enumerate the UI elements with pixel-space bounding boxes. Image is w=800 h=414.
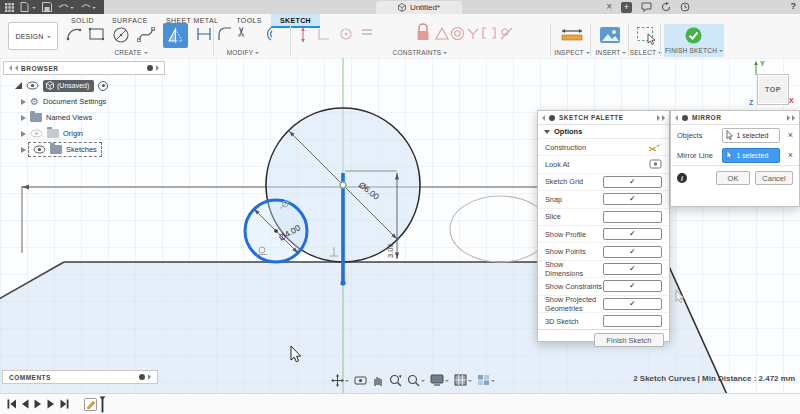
info-icon[interactable]: i: [677, 173, 687, 183]
timeline-step-back-icon[interactable]: [21, 399, 29, 409]
sketches-selection-box[interactable]: Sketches: [30, 144, 100, 155]
sketch-palette-header[interactable]: SKETCH PALETTE: [538, 111, 669, 125]
ok-button[interactable]: OK: [716, 171, 750, 185]
sketch-dimension-icon[interactable]: [296, 26, 310, 44]
orbit-caret-icon[interactable]: [345, 380, 349, 384]
viewcube-top-face[interactable]: TOP: [765, 86, 781, 93]
document-tab[interactable]: Untitled*: [376, 1, 462, 14]
mirror-line-endpoint[interactable]: [340, 280, 345, 285]
comment-indicator-icon[interactable]: [139, 374, 145, 380]
browser-root-row[interactable]: (Unsaved): [3, 78, 173, 93]
visibility-eye-icon[interactable]: [33, 145, 46, 154]
circle-tool-icon[interactable]: [112, 26, 130, 44]
expand-icon[interactable]: [21, 131, 26, 137]
palette-row-sketch-grid[interactable]: Sketch Grid: [538, 174, 669, 191]
panel-drag-icon[interactable]: [549, 115, 555, 121]
root-document-badge[interactable]: (Unsaved): [43, 80, 94, 92]
palette-row-snap[interactable]: Snap: [538, 191, 669, 208]
viewports-icon[interactable]: [477, 374, 495, 386]
finish-sketch-button[interactable]: FINISH SKETCH: [664, 24, 724, 57]
viewcube[interactable]: TOP: [757, 74, 789, 105]
dock-handle-icon[interactable]: [542, 115, 545, 121]
palette-row-show-profile[interactable]: Show Profile: [538, 226, 669, 243]
large-circle-center-point[interactable]: [340, 182, 346, 188]
tab-solid[interactable]: SOLID: [62, 14, 103, 26]
select-tool-icon[interactable]: [636, 26, 658, 45]
show-projected-geometries-checkbox[interactable]: [603, 298, 663, 310]
construction-icon[interactable]: [648, 142, 662, 153]
browser-item-document-settings[interactable]: ⚙ Document Settings: [3, 94, 173, 109]
palette-finish-sketch-button[interactable]: Finish Sketch: [594, 333, 664, 347]
display-settings-caret-icon[interactable]: [445, 380, 449, 384]
tangent-constraint-icon[interactable]: [499, 26, 514, 41]
show-profile-checkbox[interactable]: [603, 228, 663, 240]
options-section-header[interactable]: Options: [538, 125, 669, 139]
expand-panel-icon[interactable]: [156, 65, 159, 71]
fillet-tool-icon[interactable]: [217, 26, 234, 43]
objects-select-button[interactable]: 1 selected: [722, 128, 779, 143]
activate-component-radio[interactable]: [98, 81, 108, 91]
midline-constraint-icon[interactable]: [481, 26, 497, 40]
show-points-checkbox[interactable]: [603, 246, 663, 258]
display-settings-icon[interactable]: [430, 374, 449, 386]
slice-checkbox[interactable]: [603, 211, 663, 223]
help-icon[interactable]: ?: [791, 1, 797, 11]
tab-tools[interactable]: TOOLS: [227, 14, 271, 26]
expand-panel-icon[interactable]: [787, 115, 790, 121]
save-icon[interactable]: [42, 2, 52, 12]
panel-handle-icon[interactable]: [147, 65, 153, 71]
viewports-caret-icon[interactable]: [491, 380, 495, 384]
concentric-constraint-icon[interactable]: [450, 26, 465, 41]
undo-icon[interactable]: [58, 3, 74, 12]
workspace-design-button[interactable]: DESIGN: [8, 22, 58, 50]
browser-item-sketches[interactable]: Sketches: [3, 142, 173, 157]
palette-row-look-at[interactable]: Look At: [538, 156, 669, 173]
show-dimensions-checkbox[interactable]: [603, 263, 663, 275]
palette-row-show-constraints[interactable]: Show Constraints: [538, 278, 669, 295]
palette-row-show-dimensions[interactable]: Show Dimensions: [538, 261, 669, 278]
polygon-constraint-icon[interactable]: [434, 26, 450, 41]
grid-settings-caret-icon[interactable]: [468, 380, 472, 384]
arc-tool-icon[interactable]: [66, 26, 83, 43]
visibility-eye-off-icon[interactable]: [30, 129, 43, 138]
midpoint-constraint-icon[interactable]: [338, 26, 354, 42]
offset-tool-icon[interactable]: [257, 26, 275, 42]
insert-image-icon[interactable]: [599, 26, 621, 44]
symmetry-constraint-icon[interactable]: [466, 26, 480, 40]
expand-panel-icon[interactable]: [657, 115, 660, 121]
expand-comments-icon[interactable]: [148, 374, 151, 380]
mirror-dialog-header[interactable]: MIRROR: [671, 111, 799, 125]
mirror-tool-icon-active[interactable]: [163, 23, 188, 48]
measure-tool-icon[interactable]: [560, 26, 584, 44]
fix-lock-constraint-icon[interactable]: [415, 23, 431, 42]
grid-settings-icon[interactable]: [454, 374, 472, 386]
timeline-step-forward-icon[interactable]: [47, 399, 55, 409]
browser-header[interactable]: BROWSER: [3, 61, 165, 75]
timeline-sketch-feature-icon[interactable]: [84, 397, 98, 411]
trim-scissors-icon[interactable]: ✂: [236, 24, 247, 39]
close-tab-icon[interactable]: ×: [606, 2, 612, 12]
palette-row-show-projected-geometries[interactable]: Show Projected Geometries: [538, 296, 669, 313]
comments-bar[interactable]: COMMENTS: [2, 370, 158, 384]
clear-objects-icon[interactable]: ×: [788, 130, 793, 140]
slot-tool-icon[interactable]: [195, 26, 213, 42]
orbit-icon[interactable]: [331, 374, 349, 387]
mirror-line-select-button[interactable]: 1 selected: [722, 148, 779, 163]
collapse-panel-icon[interactable]: [9, 65, 12, 71]
zoom-window-icon[interactable]: [407, 374, 425, 387]
group-modify[interactable]: MODIFY: [217, 49, 269, 56]
palette-row-show-points[interactable]: Show Points: [538, 243, 669, 260]
palette-row-slice[interactable]: Slice: [538, 209, 669, 226]
file-menu-icon[interactable]: [20, 2, 36, 12]
rectangle-tool-icon[interactable]: [88, 26, 105, 43]
expand-icon[interactable]: [21, 147, 26, 153]
group-create[interactable]: CREATE: [105, 49, 157, 56]
pan-icon[interactable]: [372, 374, 384, 386]
expand-icon[interactable]: [21, 99, 26, 105]
clear-mirror-line-icon[interactable]: ×: [788, 150, 793, 160]
timeline-go-to-start-icon[interactable]: [7, 399, 16, 409]
3d-sketch-checkbox[interactable]: [603, 315, 663, 327]
spline-tool-icon[interactable]: [137, 26, 155, 43]
dock-handle-icon[interactable]: [675, 115, 678, 121]
coincident-constraint-icon[interactable]: [316, 26, 332, 42]
